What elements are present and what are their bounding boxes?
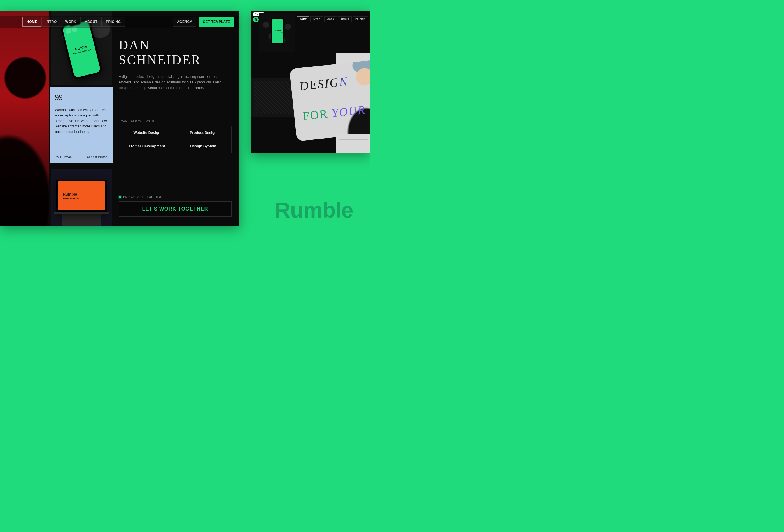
nav-intro[interactable]: INTRO: [41, 17, 61, 27]
help-cell-design-system[interactable]: Design System: [175, 139, 231, 153]
help-section: I CAN HELP YOU WITH Website Design Produ…: [119, 120, 231, 153]
availability-row: I'M AVAILABLE FOR HIRE: [119, 195, 231, 198]
get-template-button[interactable]: GET TEMPLATE: [198, 17, 234, 27]
hero-blurb: A digital product designer specializing …: [119, 74, 225, 91]
lets-work-together-button[interactable]: LET'S WORK TOGETHER: [119, 201, 231, 217]
brand-wordmark: Rumble: [275, 197, 353, 223]
help-grid: Website Design Product Design Framer Dev…: [119, 126, 231, 153]
right-phone-title: Rumble: [274, 30, 281, 32]
right-hero-text: DESIGN FOR YOUR: [299, 71, 370, 123]
testimonial-role: CEO at Pulsaar: [87, 155, 108, 159]
cta-section: I'M AVAILABLE FOR HIRE LET'S WORK TOGETH…: [119, 195, 231, 217]
help-cell-product-design[interactable]: Product Design: [175, 126, 231, 139]
right-hero-line2-a: FOR: [302, 107, 332, 123]
right-nav-home[interactable]: HOME: [297, 16, 309, 22]
hero-name: DAN SCHNEIDER: [119, 37, 231, 67]
main-column: HOME INTRO WORK ABOUT PRICING AGENCY GET…: [49, 11, 240, 226]
laptop-device: Rumble Fantastica Health: [56, 180, 107, 213]
laptop-screen: Rumble Fantastica Health: [58, 181, 105, 210]
left-website-preview: HOME INTRO WORK ABOUT PRICING AGENCY GET…: [0, 11, 240, 226]
right-phone-device: Rumble Osheeanic Mobile App: [271, 18, 284, 44]
testimonial-card: 99 Working with Dan was great. He's an e…: [50, 87, 113, 163]
testimonial-author: Paul Hyman: [55, 155, 72, 159]
right-hero-card: DESIGN FOR YOUR: [289, 59, 370, 141]
hero-portrait-sidebar: [0, 11, 49, 226]
help-cell-framer-development[interactable]: Framer Development: [119, 139, 175, 153]
availability-label: I'M AVAILABLE FOR HIRE: [123, 195, 162, 198]
nav-work[interactable]: WORK: [61, 17, 81, 27]
right-nav-intro[interactable]: INTRO: [310, 16, 323, 22]
right-phone-subtitle: Osheeanic Mobile App: [272, 32, 282, 33]
portrait-silhouette: [0, 44, 49, 226]
availability-dot-icon: [119, 196, 121, 198]
laptop-mock-card: Rumble Fantastica Health: [51, 169, 112, 226]
right-website-preview: Show UI R HOME INTRO WORK ABOUT PRICING …: [251, 11, 370, 153]
top-nav: HOME INTRO WORK ABOUT PRICING AGENCY GET…: [0, 16, 240, 28]
right-wireframe-tile: [336, 134, 370, 153]
testimonial-body: Working with Dan was great. He's an exce…: [55, 108, 108, 135]
laptop-screen-title: Rumble: [63, 192, 77, 197]
laptop-base: [54, 212, 109, 215]
help-label: I CAN HELP YOU WITH: [119, 120, 231, 123]
quote-icon: 99: [55, 93, 108, 102]
right-nav: HOME INTRO WORK ABOUT PRICING: [297, 16, 368, 22]
brand-badge-icon[interactable]: R: [253, 17, 259, 22]
nav-about[interactable]: ABOUT: [81, 17, 102, 27]
laptop-screen-subtitle: Fantastica Health: [63, 197, 79, 199]
nav-home[interactable]: HOME: [22, 17, 41, 27]
hero-block: DAN SCHNEIDER A digital product designer…: [119, 37, 231, 91]
right-nav-pricing[interactable]: PRICING: [353, 16, 368, 22]
help-cell-website-design[interactable]: Website Design: [119, 126, 175, 139]
agency-button[interactable]: AGENCY: [173, 17, 196, 27]
right-nav-work[interactable]: WORK: [324, 16, 337, 22]
right-nav-about[interactable]: ABOUT: [338, 16, 352, 22]
nav-pricing[interactable]: PRICING: [102, 17, 125, 27]
phone-screen: Rumble Osheeanic Mobile App: [62, 21, 101, 78]
right-phone-screen: Rumble Osheeanic Mobile App: [272, 19, 283, 44]
right-phone-tile: Rumble Osheeanic Mobile App: [259, 13, 295, 52]
